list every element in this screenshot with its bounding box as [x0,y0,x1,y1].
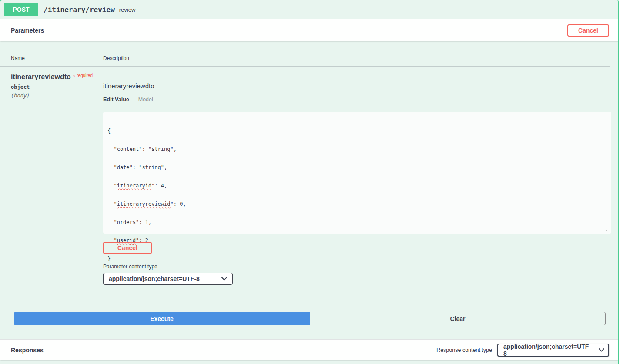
required-label: required [77,73,93,78]
execute-button[interactable]: Execute [14,312,310,325]
parameter-type: object [11,84,103,90]
response-content-type-group: Response content type application/json;c… [436,344,609,357]
response-content-type-value: application/json;charset=UTF-8 [503,343,591,357]
body-editor-line: "itineraryreviewid": 0, [107,201,607,207]
parameter-name: itineraryreviewdto [11,73,71,80]
parameters-section-header: Parameters Cancel [0,19,618,41]
body-editor-line: "orders": 1, [107,219,607,225]
parameters-body: Name Description itineraryreviewdto*requ… [0,41,618,360]
responses-section-header: Responses Response content type applicat… [0,339,618,360]
parameter-description-title: itineraryreviewdto [103,82,611,90]
body-editor-line: "content": "string", [107,146,607,152]
response-content-type-label: Response content type [436,347,492,353]
body-editor-line: "itineraryid": 4, [107,183,607,189]
tab-model[interactable]: Model [138,97,153,103]
body-editor[interactable]: { "content": "string", "date": "string",… [103,112,611,234]
parameters-table-header: Name Description [0,49,610,67]
column-header-description: Description [103,55,610,61]
response-content-type-select[interactable]: application/json;charset=UTF-8 [497,344,609,357]
post-operation-block: POST /itinerary/review review Parameters… [0,0,619,364]
tab-divider [134,96,134,103]
parameter-row: itineraryreviewdto*required object (body… [0,73,618,285]
body-editor-line: { [107,128,607,134]
http-method-badge: POST [4,3,38,16]
required-asterisk: * [73,73,75,80]
chevron-down-icon [599,348,604,352]
parameter-name-column: itineraryreviewdto*required object (body… [0,73,103,285]
parameters-title: Parameters [11,27,44,34]
body-editor-line: } [107,256,607,262]
body-editor-line: "userid": 2 [107,237,607,244]
parameter-location: (body) [11,93,103,99]
body-view-tabs: Edit Value Model [103,96,611,103]
cancel-tryout-button[interactable]: Cancel [567,24,609,37]
resize-handle-icon[interactable] [605,227,610,232]
parameter-description-column: itineraryreviewdto Edit Value Model { "c… [103,73,618,285]
responses-title: Responses [11,347,44,354]
execute-wrapper: Execute Clear [14,312,606,325]
endpoint-path: /itinerary/review [44,6,115,14]
tab-edit-value[interactable]: Edit Value [103,97,129,103]
column-header-name: Name [0,55,103,61]
body-editor-line: "date": "string", [107,164,607,170]
endpoint-description: review [119,7,136,13]
clear-button[interactable]: Clear [310,312,606,325]
endpoint-summary-bar[interactable]: POST /itinerary/review review [0,0,618,19]
